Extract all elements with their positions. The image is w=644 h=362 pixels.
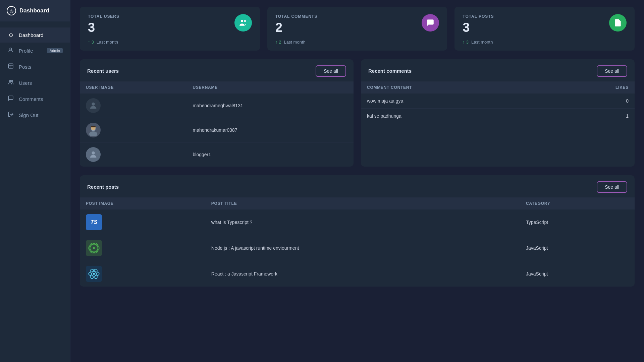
svg-point-13 xyxy=(89,131,97,136)
stat-posts-label: TOTAL POSTS xyxy=(463,14,494,19)
recent-comments-header: Recent comments See all xyxy=(361,59,635,81)
svg-point-4 xyxy=(9,80,11,82)
posts-icon xyxy=(7,63,14,70)
table-row: Node js : A javascript runtime enviourme… xyxy=(80,235,635,261)
stat-comments-icon xyxy=(422,14,439,32)
posts-table: POST IMAGE POST TITLE CATEGORY TS what i… xyxy=(80,197,635,287)
recent-users-header: Recent users See all xyxy=(80,59,354,81)
table-row: mahendrakumar0387 xyxy=(80,118,354,142)
stat-comments-trend: 2 xyxy=(279,40,281,45)
svg-point-11 xyxy=(92,102,95,105)
table-row: blogger1 xyxy=(80,142,354,167)
stat-comments-footer: ↑ 2 Last month xyxy=(275,40,439,45)
svg-point-0 xyxy=(10,48,12,50)
sidebar-item-label: Dashboard xyxy=(19,32,63,38)
recent-posts-header: Recent posts See all xyxy=(80,175,635,197)
user-username-cell: mahendrakumar0387 xyxy=(187,118,354,142)
recent-users-see-all[interactable]: See all xyxy=(316,65,346,77)
comments-col-content: COMMENT CONTENT xyxy=(361,81,551,94)
post-image xyxy=(86,240,102,256)
post-title-cell: React : a Javascript Framework xyxy=(205,261,520,287)
user-avatar-cell xyxy=(80,142,187,167)
svg-point-23 xyxy=(93,273,95,275)
post-image xyxy=(86,266,102,282)
users-col-username: USERNAME xyxy=(187,81,354,94)
avatar xyxy=(86,98,101,113)
sidebar-item-profile[interactable]: Profile Admin xyxy=(0,43,70,59)
profile-badge: Admin xyxy=(47,48,63,53)
sidebar-item-users[interactable]: Users xyxy=(0,75,70,91)
sidebar: ◎ Dashboard ⊙ Dashboard Profile Admin xyxy=(0,0,70,362)
recent-comments-see-all[interactable]: See all xyxy=(597,65,627,77)
sidebar-item-posts[interactable]: Posts xyxy=(0,59,70,75)
stat-posts-icon xyxy=(609,14,627,32)
post-image-cell xyxy=(80,261,205,287)
stat-card-comments: TOTAL COMMENTS 2 ↑ 2 Last month xyxy=(267,7,447,51)
stat-comments-label: TOTAL COMMENTS xyxy=(275,14,317,19)
stat-card-posts: TOTAL POSTS 3 ↑ 3 Last month xyxy=(454,7,635,51)
comment-likes-cell: 1 xyxy=(551,108,635,123)
stat-posts-footer: ↑ 3 Last month xyxy=(463,40,627,45)
panels-row: Recent users See all USER IMAGE USERNAME… xyxy=(80,59,635,167)
svg-rect-1 xyxy=(8,64,13,68)
stat-users-label: TOTAL USERS xyxy=(88,14,119,19)
recent-comments-panel: Recent comments See all COMMENT CONTENT … xyxy=(361,59,635,167)
table-row: mahendrameghwal8131 xyxy=(80,94,354,118)
recent-comments-title: Recent comments xyxy=(368,68,412,74)
comments-icon xyxy=(7,95,14,103)
sidebar-item-label: Profile xyxy=(19,48,42,54)
sidebar-item-label: Sign Out xyxy=(19,112,63,118)
stat-users-icon xyxy=(234,14,252,32)
stat-card-users: TOTAL USERS 3 ↑ 3 Last month xyxy=(80,7,260,51)
stat-comments-period: Last month xyxy=(284,40,305,45)
comment-content-cell: kal se padhunga xyxy=(361,108,551,123)
sidebar-item-label: Users xyxy=(19,80,63,86)
recent-posts-panel: Recent posts See all POST IMAGE POST TIT… xyxy=(80,175,635,287)
avatar xyxy=(86,147,101,162)
logo-icon: ◎ xyxy=(7,6,16,15)
comment-content-cell: wow maja aa gya xyxy=(361,94,551,109)
user-username-cell: blogger1 xyxy=(187,142,354,167)
stat-users-period: Last month xyxy=(97,40,118,45)
recent-posts-title: Recent posts xyxy=(87,184,119,190)
posts-col-image: POST IMAGE xyxy=(80,197,205,209)
comment-likes-cell: 0 xyxy=(551,94,635,109)
svg-point-19 xyxy=(93,247,95,249)
posts-col-category: CATEGORY xyxy=(520,197,635,209)
sidebar-nav: ⊙ Dashboard Profile Admin Posts xyxy=(0,21,70,362)
stat-users-trend: 3 xyxy=(92,40,94,45)
sidebar-logo: ◎ Dashboard xyxy=(0,0,70,21)
stat-posts-trend: 3 xyxy=(466,40,469,45)
recent-posts-see-all[interactable]: See all xyxy=(597,181,627,193)
post-category-cell: JavaScript xyxy=(520,235,635,261)
post-image-cell: TS xyxy=(80,209,205,235)
table-row: kal se padhunga 1 xyxy=(361,108,635,123)
post-title-cell: what is Typescript ? xyxy=(205,209,520,235)
svg-point-5 xyxy=(11,80,13,82)
sidebar-item-label: Comments xyxy=(19,96,63,102)
post-category-cell: TypeScript xyxy=(520,209,635,235)
sidebar-item-signout[interactable]: Sign Out xyxy=(0,107,70,123)
comments-table: COMMENT CONTENT LIKES wow maja aa gya 0 … xyxy=(361,81,635,123)
post-image-cell xyxy=(80,235,205,261)
main-content: TOTAL USERS 3 ↑ 3 Last month xyxy=(70,0,644,362)
recent-users-panel: Recent users See all USER IMAGE USERNAME… xyxy=(80,59,354,167)
logo-title: Dashboard xyxy=(19,7,49,14)
sidebar-item-dashboard[interactable]: ⊙ Dashboard xyxy=(0,27,70,43)
user-username-cell: mahendrameghwal8131 xyxy=(187,94,354,118)
dashboard-icon: ⊙ xyxy=(7,32,14,38)
post-category-cell: JavaScript xyxy=(520,261,635,287)
svg-point-15 xyxy=(92,151,95,154)
users-col-image: USER IMAGE xyxy=(80,81,187,94)
sidebar-item-comments[interactable]: Comments xyxy=(0,91,70,107)
post-image: TS xyxy=(86,214,102,230)
stat-cards-row: TOTAL USERS 3 ↑ 3 Last month xyxy=(80,7,635,51)
profile-icon xyxy=(7,47,14,54)
users-icon xyxy=(7,79,14,86)
avatar xyxy=(86,123,101,137)
stat-posts-value: 3 xyxy=(463,21,494,35)
comments-col-likes: LIKES xyxy=(551,81,635,94)
posts-col-title: POST TITLE xyxy=(205,197,520,209)
recent-users-title: Recent users xyxy=(87,68,119,74)
user-avatar-cell xyxy=(80,118,187,142)
